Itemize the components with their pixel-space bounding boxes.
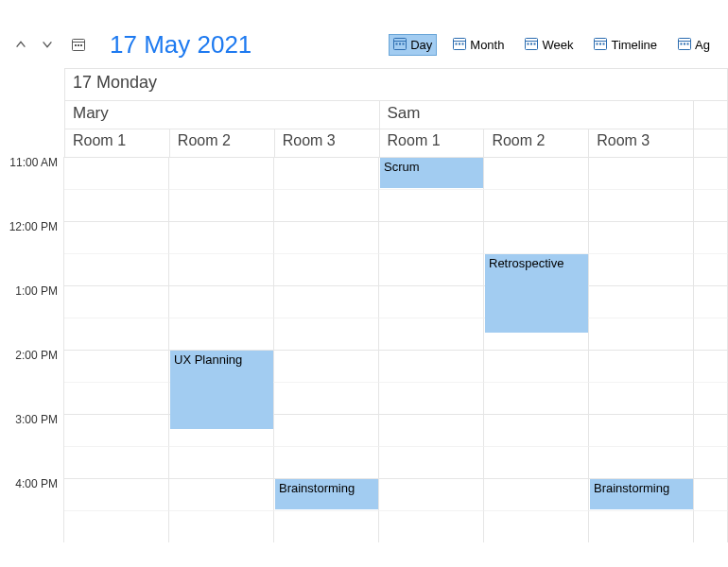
- view-month-button[interactable]: Month: [448, 34, 509, 56]
- view-day-button[interactable]: Day: [389, 34, 437, 56]
- grid-cell[interactable]: [64, 285, 169, 318]
- grid-cell[interactable]: [274, 285, 379, 318]
- grid-cell[interactable]: [274, 253, 379, 285]
- grid-cell[interactable]: [379, 189, 484, 221]
- next-button[interactable]: [40, 37, 55, 52]
- grid-cell[interactable]: [169, 189, 274, 221]
- grid-cell[interactable]: [64, 446, 169, 478]
- grid-cell[interactable]: [379, 350, 484, 382]
- grid-cell[interactable]: [379, 318, 484, 350]
- time-gutter: 11:00 AM12:00 PM1:00 PM2:00 PM3:00 PM4:0…: [0, 157, 63, 542]
- grid-cell[interactable]: [484, 446, 589, 478]
- grid-cell[interactable]: [274, 157, 379, 189]
- view-label: Timeline: [611, 38, 657, 52]
- room-header: Room 3: [275, 129, 380, 157]
- grid-cell[interactable]: [169, 510, 274, 542]
- grid-cell[interactable]: [274, 189, 379, 221]
- grid-cell[interactable]: [169, 446, 274, 478]
- grid-cell[interactable]: [274, 510, 379, 542]
- grid-cell[interactable]: [589, 253, 694, 285]
- datepicker-button[interactable]: [72, 38, 85, 51]
- event[interactable]: Brainstorming: [590, 479, 693, 509]
- grid-cell[interactable]: [379, 382, 484, 414]
- view-ag-button[interactable]: Ag: [673, 34, 715, 56]
- event[interactable]: UX Planning: [170, 351, 273, 429]
- title: 17 May 2021: [110, 30, 251, 60]
- grid-cell[interactable]: [589, 414, 694, 446]
- svg-rect-9: [403, 43, 405, 44]
- grid-cell[interactable]: [64, 253, 169, 285]
- event[interactable]: Scrum: [380, 158, 483, 188]
- grid-cell[interactable]: [379, 478, 484, 510]
- grid-cell[interactable]: [379, 285, 484, 318]
- grid-stub: [694, 414, 728, 446]
- grid-cell[interactable]: [169, 157, 274, 189]
- event[interactable]: Retrospective: [485, 254, 588, 333]
- person-header: Sam: [380, 100, 695, 129]
- grid-cell[interactable]: [169, 318, 274, 350]
- grid-cell[interactable]: [64, 478, 169, 510]
- view-label: Ag: [695, 38, 710, 52]
- grid-cell[interactable]: [589, 382, 694, 414]
- schedule-grid[interactable]: ScrumRetrospectiveUX PlanningBrainstormi…: [63, 157, 728, 542]
- view-timeline-button[interactable]: Timeline: [589, 34, 662, 56]
- svg-rect-19: [534, 43, 536, 44]
- grid-cell[interactable]: [64, 318, 169, 350]
- view-label: Week: [542, 38, 573, 52]
- grid-cell[interactable]: [64, 221, 169, 253]
- grid-cell[interactable]: [64, 382, 169, 414]
- grid-cell[interactable]: [379, 510, 484, 542]
- grid-cell[interactable]: [589, 510, 694, 542]
- grid-cell[interactable]: [169, 221, 274, 253]
- grid-cell[interactable]: [274, 318, 379, 350]
- grid-cell[interactable]: [274, 382, 379, 414]
- grid-cell[interactable]: [484, 478, 589, 510]
- grid-cell[interactable]: [589, 157, 694, 189]
- grid-cell[interactable]: [589, 446, 694, 478]
- grid-cell[interactable]: [379, 446, 484, 478]
- grid-stub: [694, 253, 728, 285]
- grid-cell[interactable]: [64, 157, 169, 189]
- room-header: Room 1: [380, 129, 485, 157]
- grid-cell[interactable]: [274, 446, 379, 478]
- view-week-button[interactable]: Week: [520, 34, 578, 56]
- grid-cell[interactable]: [589, 221, 694, 253]
- time-label: 3:00 PM: [0, 414, 63, 446]
- svg-rect-12: [456, 43, 458, 44]
- grid-cell[interactable]: [64, 510, 169, 542]
- header-stub: [694, 100, 728, 129]
- grid-cell[interactable]: [64, 414, 169, 446]
- grid-cell[interactable]: [169, 478, 274, 510]
- grid-cell[interactable]: [379, 221, 484, 253]
- column-headers: 17 Monday MarySam Room 1Room 2Room 3Room…: [64, 68, 728, 157]
- grid-cell[interactable]: [64, 189, 169, 221]
- svg-rect-24: [603, 43, 605, 44]
- grid-cell[interactable]: [589, 350, 694, 382]
- grid-cell[interactable]: [64, 350, 169, 382]
- grid-cell[interactable]: [274, 350, 379, 382]
- grid-cell[interactable]: [484, 382, 589, 414]
- event[interactable]: Brainstorming: [275, 479, 378, 509]
- grid-cell[interactable]: [379, 253, 484, 285]
- grid-cell[interactable]: [589, 189, 694, 221]
- grid-cell[interactable]: [484, 510, 589, 542]
- grid-cell[interactable]: [589, 285, 694, 318]
- svg-rect-4: [80, 44, 82, 46]
- grid-cell[interactable]: [169, 285, 274, 318]
- grid-cell[interactable]: [484, 157, 589, 189]
- grid-stub: [694, 478, 728, 510]
- grid-stub: [694, 285, 728, 318]
- grid-stub: [694, 446, 728, 478]
- grid-cell[interactable]: [484, 189, 589, 221]
- calendar-icon: [453, 37, 466, 53]
- grid-cell[interactable]: [484, 221, 589, 253]
- event-title: Brainstorming: [594, 481, 669, 495]
- prev-button[interactable]: [13, 37, 28, 52]
- grid-cell[interactable]: [589, 318, 694, 350]
- grid-cell[interactable]: [274, 221, 379, 253]
- grid-cell[interactable]: [274, 414, 379, 446]
- grid-cell[interactable]: [169, 253, 274, 285]
- grid-cell[interactable]: [484, 350, 589, 382]
- grid-cell[interactable]: [484, 414, 589, 446]
- grid-cell[interactable]: [379, 414, 484, 446]
